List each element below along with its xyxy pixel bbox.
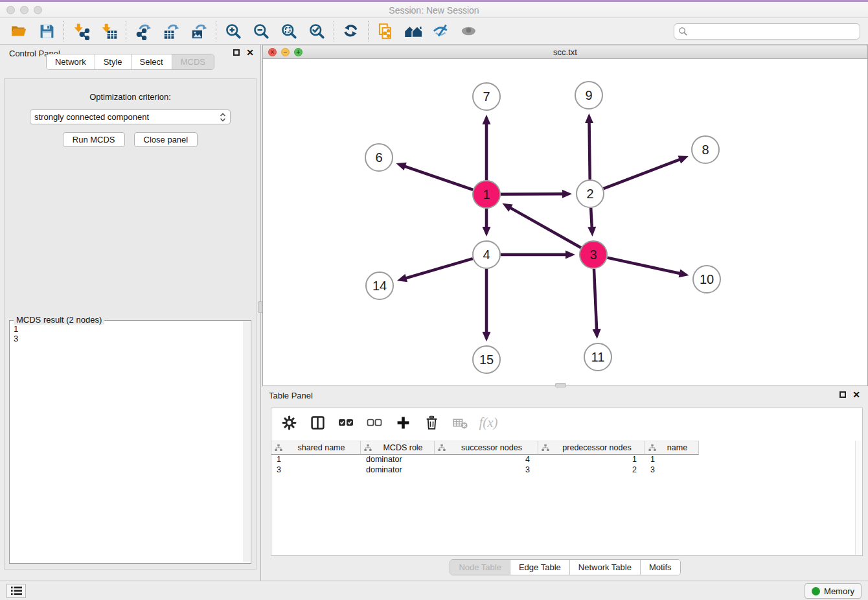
graph-edge-2-9[interactable] <box>589 122 590 179</box>
graph-edge-arrowhead <box>483 332 491 341</box>
mcds-result-text[interactable]: 1 3 <box>11 323 242 562</box>
graph-edge-arrowhead <box>483 227 491 237</box>
export-table-button[interactable] <box>160 20 182 42</box>
graph-node-label: 1 <box>483 187 490 202</box>
tab-select[interactable]: Select <box>131 54 172 69</box>
memory-label: Memory <box>824 586 854 596</box>
graph-edge-4-14[interactable] <box>405 259 473 278</box>
memory-button[interactable]: Memory <box>805 583 862 599</box>
graph-edge-arrowhead <box>588 227 596 237</box>
zoom-fit-button[interactable] <box>278 20 300 42</box>
refresh-network-button[interactable] <box>340 20 362 42</box>
table-tab-motifs[interactable]: Motifs <box>641 560 680 575</box>
column-header-name[interactable]: name <box>645 441 699 455</box>
zoom-out-button[interactable] <box>250 20 272 42</box>
save-session-button[interactable] <box>36 20 58 42</box>
node-table: f(x) shared nameMCDS rolesuccessor nodes… <box>271 408 863 556</box>
show-columns-button[interactable] <box>308 413 327 432</box>
deselect-all-button[interactable] <box>365 413 384 432</box>
table-cell[interactable]: 3 <box>645 465 699 476</box>
table-cell[interactable]: 2 <box>538 465 645 476</box>
table-cell[interactable]: 1 <box>271 455 361 465</box>
zoom-out-icon <box>252 22 270 40</box>
table-tab-node-table[interactable]: Node Table <box>450 560 510 575</box>
export-network-icon <box>135 23 152 40</box>
home-pair-button[interactable] <box>402 20 424 42</box>
zoom-in-button[interactable] <box>222 20 244 42</box>
table-cell[interactable]: 4 <box>435 455 538 465</box>
tab-mcds[interactable]: MCDS <box>172 54 214 69</box>
criterion-dropdown[interactable]: strongly connected component <box>30 110 231 124</box>
close-table-panel-icon[interactable]: ✕ <box>852 391 860 398</box>
network-window-title: scc.txt <box>263 47 867 57</box>
column-header-successor-nodes[interactable]: successor nodes <box>435 441 538 455</box>
graph-edge-arrowhead <box>679 270 689 278</box>
search-input[interactable] <box>688 27 856 36</box>
export-network-button[interactable] <box>132 20 154 42</box>
table-cell[interactable]: 1 <box>645 455 699 465</box>
table-row[interactable]: 1dominator411 <box>271 455 854 465</box>
search-field[interactable] <box>674 23 860 40</box>
table-tab-network-table[interactable]: Network Table <box>570 560 641 575</box>
table-scrollbar[interactable] <box>855 441 862 555</box>
float-table-panel-icon[interactable] <box>839 391 846 398</box>
table-panel-title: Table Panel <box>269 391 313 400</box>
import-network-button[interactable] <box>70 20 92 42</box>
select-all-button[interactable] <box>336 413 356 432</box>
control-panel: Control Panel ✕ NetworkStyleSelectMCDS O… <box>0 45 260 581</box>
column-header-MCDS-role[interactable]: MCDS role <box>361 441 435 455</box>
table-cell[interactable]: 1 <box>538 455 645 465</box>
open-session-button[interactable] <box>8 20 30 42</box>
delete-table-button[interactable] <box>450 413 470 432</box>
table-tab-edge-table[interactable]: Edge Table <box>510 560 570 575</box>
hide-graphics-details-button[interactable] <box>430 20 452 42</box>
table-cell[interactable]: 3 <box>435 465 538 476</box>
close-panel-button[interactable]: Close panel <box>134 132 198 147</box>
graph-edge-1-6[interactable] <box>404 166 473 190</box>
graph-node-label: 3 <box>589 248 597 262</box>
main-toolbar <box>0 18 868 45</box>
tab-style[interactable]: Style <box>95 54 131 69</box>
table-cell[interactable]: 3 <box>271 465 361 476</box>
add-column-button[interactable] <box>393 413 413 432</box>
graph-edge-2-3[interactable] <box>591 208 592 228</box>
graph-edge-3-1[interactable] <box>510 207 581 248</box>
import-table-button[interactable] <box>98 20 120 42</box>
graph-edge-1-2[interactable] <box>501 194 564 194</box>
column-header-predecessor-nodes[interactable]: predecessor nodes <box>538 441 645 455</box>
control-panel-tabs: NetworkStyleSelectMCDS <box>46 54 214 70</box>
search-icon <box>678 27 688 36</box>
result-scrollbar[interactable] <box>243 321 250 562</box>
delete-column-button[interactable] <box>422 413 441 432</box>
graph-node-label: 6 <box>375 150 382 165</box>
zoom-selected-button[interactable] <box>306 20 328 42</box>
open-folder-icon <box>10 23 27 40</box>
duplicate-network-icon <box>377 23 394 40</box>
table-splitter-handle[interactable] <box>555 383 566 387</box>
graph-edge-3-11[interactable] <box>594 269 597 330</box>
toolbar-separator <box>126 21 126 41</box>
tab-network[interactable]: Network <box>47 54 95 69</box>
column-header-shared-name[interactable]: shared name <box>271 441 361 455</box>
task-history-button[interactable] <box>6 584 26 598</box>
table-cell[interactable]: dominator <box>361 465 435 476</box>
plus-icon <box>396 415 411 430</box>
show-graphics-details-button[interactable] <box>458 20 480 42</box>
export-image-button[interactable] <box>188 20 210 42</box>
status-bar: Memory <box>0 581 868 600</box>
application-window: Session: New Session <box>0 2 868 600</box>
import-network-icon <box>73 23 90 40</box>
table-options-button[interactable] <box>279 413 299 432</box>
tree-icon <box>542 444 549 452</box>
table-cell[interactable]: dominator <box>361 455 435 465</box>
duplicate-network-button[interactable] <box>374 20 396 42</box>
table-row[interactable]: 3dominator323 <box>271 465 854 476</box>
function-builder-button[interactable]: f(x) <box>479 413 498 432</box>
run-mcds-button[interactable]: Run MCDS <box>63 132 125 147</box>
toolbar-separator <box>63 21 64 41</box>
checked-boxes-icon <box>337 414 354 431</box>
network-canvas[interactable]: 7968124314101511 <box>263 59 867 386</box>
columns-icon <box>310 415 325 430</box>
graph-edge-3-10[interactable] <box>607 258 680 274</box>
graph-edge-2-8[interactable] <box>604 159 681 189</box>
